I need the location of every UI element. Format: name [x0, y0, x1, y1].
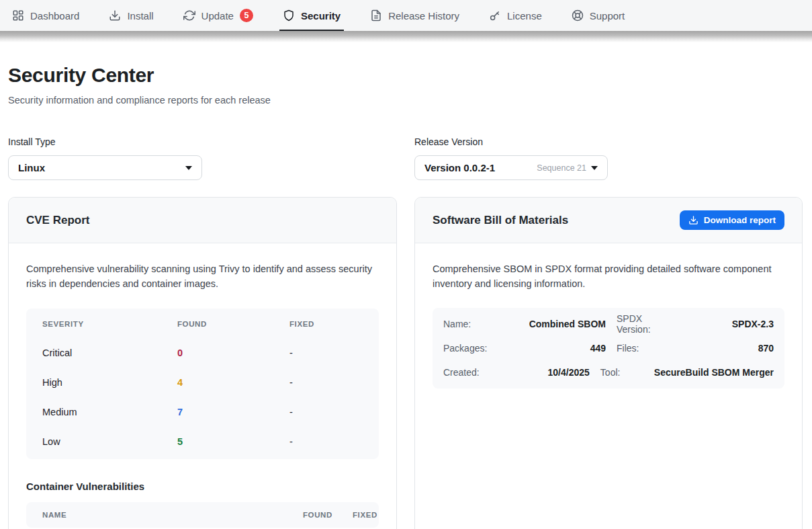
install-type-select[interactable]: Linux [8, 155, 202, 180]
nav-tab-label: Security [301, 10, 341, 22]
fixed-count: - [289, 407, 363, 417]
main-content: Security Center Security information and… [0, 64, 812, 529]
key-icon [489, 9, 501, 22]
nav-tab-license[interactable]: License [489, 0, 542, 31]
nav-tab-label: Dashboard [30, 10, 79, 22]
sequence-meta: Sequence 21 [537, 163, 586, 173]
cve-report-card: CVE Report Comprehensive vulnerability s… [8, 197, 397, 529]
download-report-label: Download report [704, 215, 776, 225]
cve-card-title: CVE Report [26, 214, 89, 227]
detail-value: 870 [670, 343, 774, 354]
install-type-value: Linux [18, 162, 45, 173]
sbom-card: Software Bill of Materials Download repo… [414, 197, 803, 529]
found-count: 7 [177, 407, 289, 417]
release-version-value: Version 0.0.2-1 [424, 162, 495, 173]
install-type-filter: Install Type Linux [8, 136, 202, 180]
fixed-count: - [289, 348, 363, 358]
detail-label: Tool: [590, 367, 654, 378]
nav-tab-security[interactable]: Security [283, 0, 341, 31]
cve-card-header: CVE Report [9, 198, 396, 243]
severity-name: High [42, 377, 177, 388]
detail-value: SecureBuild SBOM Merger [654, 367, 774, 378]
shield-icon [283, 9, 295, 22]
detail-value: 10/4/2025 [502, 367, 590, 378]
detail-label: SPDX Version: [606, 313, 670, 335]
detail-label: Files: [606, 343, 670, 354]
found-count: 0 [177, 348, 289, 358]
refresh-icon [183, 9, 195, 22]
col-fixed: FIXED [289, 320, 363, 328]
download-icon [688, 215, 698, 225]
container-vulnerabilities-title: Container Vulnerabilities [26, 481, 379, 492]
nav-tab-label: Support [590, 10, 625, 22]
top-nav: Dashboard Install Update 5 Security Rele… [0, 0, 812, 31]
chevron-down-icon [185, 166, 192, 170]
col-severity: SEVERITY [42, 320, 177, 328]
nav-scroll-shadow [0, 31, 812, 42]
table-row: Created: 10/4/2025 Tool: SecureBuild SBO… [443, 360, 774, 384]
download-report-button[interactable]: Download report [680, 210, 784, 230]
detail-value: 449 [502, 343, 606, 354]
detail-value: SPDX-2.3 [670, 319, 774, 329]
col-fixed: FIXED [353, 511, 377, 519]
nav-tab-update[interactable]: Update 5 [183, 0, 253, 31]
detail-value: Combined SBOM [502, 319, 606, 329]
cards-row: CVE Report Comprehensive vulnerability s… [8, 197, 803, 529]
release-version-label: Release Version [414, 136, 608, 147]
table-row: High 4 - [42, 368, 363, 397]
nav-tab-label: Release History [388, 10, 459, 22]
sbom-details-panel: Name: Combined SBOM SPDX Version: SPDX-2… [433, 308, 784, 389]
nav-tab-label: License [507, 10, 542, 22]
document-icon [370, 9, 382, 22]
table-row: Name: Combined SBOM SPDX Version: SPDX-2… [443, 312, 774, 336]
nav-tab-label: Install [127, 10, 153, 22]
cve-description: Comprehensive vulnerability scanning usi… [26, 262, 379, 291]
col-found: FOUND [177, 320, 289, 328]
download-icon [109, 9, 121, 22]
nav-tab-support[interactable]: Support [572, 0, 625, 31]
page-subtitle: Security information and compliance repo… [8, 95, 803, 106]
dashboard-icon [12, 9, 24, 22]
nav-tab-release-history[interactable]: Release History [370, 0, 459, 31]
found-count: 5 [177, 436, 289, 447]
severity-name: Low [42, 436, 177, 447]
lifebuoy-icon [572, 9, 584, 22]
sbom-description: Comprehensive SBOM in SPDX format provid… [433, 262, 784, 291]
detail-label: Name: [443, 319, 502, 329]
page-title: Security Center [8, 64, 803, 87]
chevron-down-icon [591, 166, 598, 170]
table-row: Critical 0 - [42, 338, 363, 368]
filters-row: Install Type Linux Release Version Versi… [8, 136, 803, 180]
table-row: Packages: 449 Files: 870 [443, 336, 774, 360]
severity-table-header: SEVERITY FOUND FIXED [42, 310, 363, 338]
nav-tab-install[interactable]: Install [109, 0, 153, 31]
update-count-badge: 5 [240, 9, 253, 22]
col-name: NAME [42, 511, 303, 519]
col-found: FOUND [303, 511, 353, 519]
sbom-card-header: Software Bill of Materials Download repo… [415, 198, 802, 243]
nav-tab-label: Update [201, 10, 234, 22]
severity-table: SEVERITY FOUND FIXED Critical 0 - High 4… [26, 309, 379, 459]
fixed-count: - [289, 436, 363, 447]
container-vulnerabilities-header: NAME FOUND FIXED [26, 502, 379, 528]
sbom-card-title: Software Bill of Materials [433, 214, 568, 227]
nav-tab-dashboard[interactable]: Dashboard [12, 0, 79, 31]
severity-name: Critical [42, 348, 177, 358]
detail-label: Packages: [443, 343, 502, 354]
table-row: Low 5 - [42, 427, 363, 456]
release-version-select[interactable]: Version 0.0.2-1 Sequence 21 [414, 155, 608, 180]
table-row: Medium 7 - [42, 397, 363, 427]
fixed-count: - [289, 377, 363, 388]
install-type-label: Install Type [8, 136, 202, 147]
severity-name: Medium [42, 407, 177, 417]
found-count: 4 [177, 377, 289, 388]
release-version-filter: Release Version Version 0.0.2-1 Sequence… [414, 136, 608, 180]
detail-label: Created: [443, 367, 502, 378]
